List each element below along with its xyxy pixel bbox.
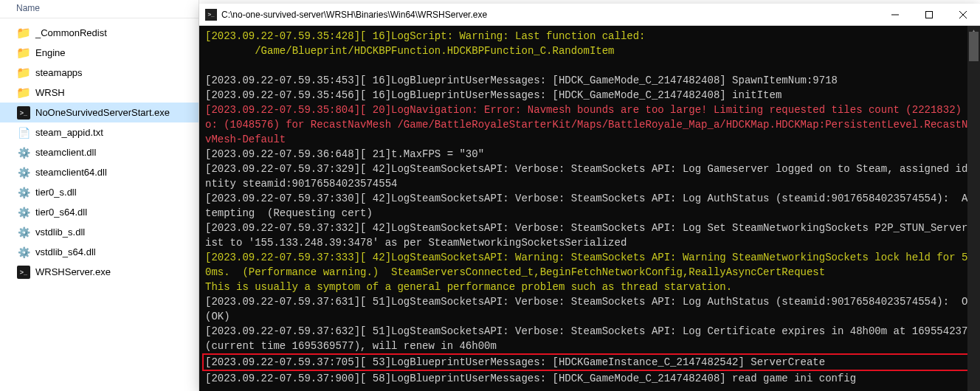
gear-icon [16,245,31,260]
file-row[interactable]: tier0_s.dll [0,182,199,202]
file-label: steamclient64.dll [35,167,107,178]
log-line: [2023.09.22-07.59.37:900][ 58]LogBluepri… [205,371,974,386]
folder-icon [16,86,31,100]
titlebar[interactable]: C:\no-one-survived-server\WRSH\Binaries\… [199,4,980,26]
close-button[interactable] [946,4,980,26]
log-line: [2023.09.22-07.59.37:632][ 51]LogSteamSo… [205,324,974,353]
log-line: [2023.09.22-07.59.35:428][ 16]LogScript:… [205,29,974,44]
log-line: [2023.09.22-07.59.37:705][ 53]LogBluepri… [205,356,825,368]
log-line: [2023.09.22-07.59.35:453][ 16]LogBluepri… [205,73,974,88]
log-line: [2023.09.22-07.59.37:330][ 42]LogSteamSo… [205,191,974,221]
document-icon [16,125,31,140]
log-line: [2023.09.22-07.59.35:804][ 20]LogNavigat… [205,103,974,147]
file-label: steamapps [35,67,83,78]
gear-icon [16,145,31,160]
file-label: NoOneSurvivedServerStart.exe [35,107,170,118]
file-row[interactable]: Engine [0,43,199,63]
scroll-thumb[interactable] [969,32,979,61]
log-line: /Game/Blueprint/HDCKBPFunction.HDCKBPFun… [205,44,974,58]
log-line: [2023.09.22-07.59.36:648][ 21]t.MaxFPS =… [205,147,974,162]
minimize-button[interactable] [878,4,912,26]
file-label: steam_appid.txt [35,127,103,138]
log-line: [2023.09.22-07.59.37:631][ 51]LogSteamSo… [205,294,974,324]
maximize-button[interactable] [912,4,946,26]
file-row[interactable]: NoOneSurvivedServerStart.exe [0,103,199,122]
gear-icon [16,165,31,180]
file-label: tier0_s64.dll [35,207,87,218]
app-icon [205,9,217,21]
file-row[interactable]: steam_appid.txt [0,122,199,142]
terminal-icon [16,265,31,280]
highlighted-log-line: [2023.09.22-07.59.37:705][ 53]LogBluepri… [202,353,974,371]
file-row[interactable]: steamapps [0,63,199,83]
file-row[interactable]: tier0_s64.dll [0,202,199,222]
log-line: This is usually a symptom of a general p… [205,280,974,294]
file-row[interactable]: WRSHServer.exe [0,262,199,282]
folder-icon [16,66,31,80]
file-label: tier0_s.dll [35,187,77,198]
log-line: [2023.09.22-07.59.37:332][ 42]LogSteamSo… [205,221,974,250]
gear-icon [16,205,31,220]
folder-icon [16,26,31,41]
file-label: Engine [35,47,65,58]
folder-icon [16,46,31,60]
file-label: WRSH [35,87,65,98]
scrollbar[interactable]: ▲ [967,26,980,391]
file-explorer-panel: Name _CommonRedistEnginesteamappsWRSHNoO… [0,0,199,391]
file-row[interactable]: vstdlib_s.dll [0,222,199,242]
gear-icon [16,185,31,200]
column-header-name[interactable]: Name [0,0,199,18]
terminal-icon [16,105,31,120]
file-label: WRSHServer.exe [35,266,111,277]
console-output[interactable]: [2023.09.22-07.59.35:428][ 16]LogScript:… [199,26,980,391]
file-row[interactable]: steamclient.dll [0,142,199,162]
gear-icon [16,225,31,240]
file-row[interactable]: _CommonRedist [0,23,199,43]
log-line: [2023.09.22-07.59.37:329][ 42]LogSteamSo… [205,162,974,191]
svg-rect-1 [926,11,933,18]
console-window: C:\no-one-survived-server\WRSH\Binaries\… [199,4,980,391]
file-row[interactable]: vstdlib_s64.dll [0,242,199,262]
window-title: C:\no-one-survived-server\WRSH\Binaries\… [221,10,878,20]
file-label: vstdlib_s.dll [35,226,85,238]
file-label: steamclient.dll [35,147,96,158]
file-label: _CommonRedist [35,27,107,38]
file-row[interactable]: steamclient64.dll [0,162,199,182]
file-row[interactable]: WRSH [0,83,199,103]
log-line: [2023.09.22-07.59.37:333][ 42]LogSteamSo… [205,250,974,280]
file-label: vstdlib_s64.dll [35,246,96,257]
file-list: _CommonRedistEnginesteamappsWRSHNoOneSur… [0,18,199,282]
log-line: [2023.09.22-07.59.35:456][ 16]LogBluepri… [205,88,974,103]
